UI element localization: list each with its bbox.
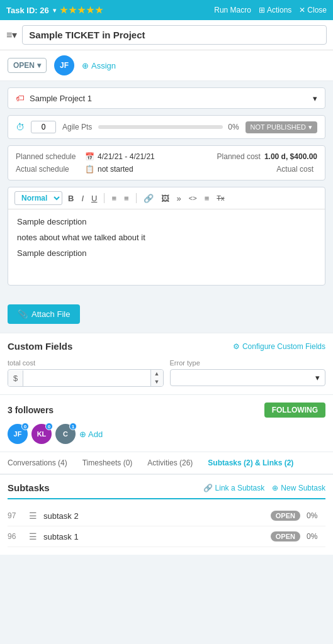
custom-fields-header: Custom Fields ⚙ Configure Custom Fields xyxy=(8,341,325,352)
planned-cost-container: Planned cost 1.00 d, $400.00 xyxy=(217,152,317,161)
error-type-select[interactable]: ▾ xyxy=(170,369,326,386)
follower-avatar-0[interactable]: JF 0 xyxy=(8,424,28,444)
run-macro-button[interactable]: Run Macro xyxy=(214,6,251,14)
subtask-pct-0: 0% xyxy=(307,511,325,520)
ticket-title-input[interactable] xyxy=(22,25,327,45)
planned-schedule-label: Planned schedule xyxy=(16,152,79,161)
format-select[interactable]: Normal xyxy=(14,191,62,205)
total-cost-input-wrapper: $ ▲ ▼ xyxy=(8,369,164,387)
project-icon: 🏷 xyxy=(16,93,25,103)
subtask-status-1[interactable]: OPEN xyxy=(271,531,300,541)
subtask-id-1: 96 xyxy=(8,532,23,541)
chevron-down-icon: ▾ xyxy=(315,373,320,382)
custom-fields-grid: total cost $ ▲ ▼ Error type ▾ xyxy=(8,359,325,387)
unordered-list-button[interactable]: ≡ xyxy=(122,192,131,204)
bold-button[interactable]: B xyxy=(66,192,76,204)
circle-plus-icon: ⊕ xyxy=(82,61,89,70)
stars-rating[interactable]: ★★★★★ xyxy=(60,5,104,15)
following-button[interactable]: FOLLOWING xyxy=(264,402,325,418)
tab-subtasks-links[interactable]: Subtasks (2) & Links (2) xyxy=(200,452,301,474)
actual-schedule-date: not started xyxy=(98,165,133,174)
underline-button[interactable]: U xyxy=(89,192,99,204)
chevron-down-icon: ▾ xyxy=(308,123,312,131)
spinner-buttons: ▲ ▼ xyxy=(150,370,163,386)
tab-timesheets[interactable]: Timesheets (0) xyxy=(75,452,140,474)
actual-cost-label: Actual cost xyxy=(276,165,313,174)
total-cost-label: total cost xyxy=(8,359,164,367)
gear-icon: ⚙ xyxy=(233,342,240,351)
tabs-row: Conversations (4) Timesheets (0) Activit… xyxy=(0,452,333,474)
agile-row: ⏱ Agile Pts 0% NOT PUBLISHED ▾ xyxy=(8,115,325,139)
planned-schedule-value: 📅 4/21/21 - 4/21/21 xyxy=(85,152,211,161)
tab-conversations[interactable]: Conversations (4) xyxy=(0,452,75,474)
chevron-down-icon: ▾ xyxy=(37,61,41,70)
subtask-name-0[interactable]: subtask 2 xyxy=(43,511,264,521)
plus-circle-icon: ⊕ xyxy=(79,430,86,439)
avatar-initials: JF xyxy=(60,61,69,70)
total-cost-input[interactable] xyxy=(23,370,150,386)
agile-pts-input[interactable] xyxy=(31,121,56,133)
add-follower-button[interactable]: ⊕ Add xyxy=(79,430,103,439)
planned-schedule-row: Planned schedule 📅 4/21/21 - 4/21/21 Pla… xyxy=(16,152,317,161)
plus-circle-icon: ⊕ xyxy=(272,484,278,492)
list-format-icon[interactable]: ≡▾ xyxy=(6,29,17,41)
link-button[interactable]: 🔗 xyxy=(142,192,155,204)
currency-symbol: $ xyxy=(8,370,23,386)
following-label: FOLLOWING xyxy=(272,406,318,414)
subtask-name-1[interactable]: subtask 1 xyxy=(43,532,264,541)
editor-body[interactable]: Sample description notes about what we t… xyxy=(8,209,325,285)
attach-section: 📎 Attach File xyxy=(0,298,333,330)
followers-section: 3 followers FOLLOWING JF 0 KL 0 C 1 ⊕ Ad… xyxy=(0,395,333,452)
project-selector[interactable]: 🏷 Sample Project 1 ▾ xyxy=(8,87,325,109)
clear-format-button[interactable]: Tx xyxy=(215,193,226,203)
error-type-label: Error type xyxy=(170,359,326,367)
subtask-pct-1: 0% xyxy=(307,532,325,541)
subtask-status-0[interactable]: OPEN xyxy=(271,511,300,521)
code-button[interactable]: <> xyxy=(187,193,199,203)
link-subtask-label: Link a Subtask xyxy=(215,484,265,492)
x-icon: ✕ xyxy=(299,6,305,14)
attach-file-button[interactable]: 📎 Attach File xyxy=(8,304,80,324)
link-subtask-button[interactable]: 🔗 Link a Subtask xyxy=(203,484,265,492)
top-header: Task ID: 26 ▾ ★★★★★ Run Macro ⊞ Actions … xyxy=(0,0,333,20)
ordered-list-button[interactable]: ≡ xyxy=(110,192,118,204)
image-button[interactable]: 🖼 xyxy=(159,192,171,204)
actual-schedule-row: Actual schedule 📋 not started Actual cos… xyxy=(16,165,317,174)
assign-button[interactable]: ⊕ Assign xyxy=(82,61,116,70)
editor-section: Normal B I U ≡ ≡ 🔗 🖼 » <> ≡ Tx Sample de… xyxy=(8,187,325,286)
attach-label: Attach File xyxy=(31,309,70,319)
close-button[interactable]: ✕ Close xyxy=(299,6,327,14)
chevron-down-icon[interactable]: ▾ xyxy=(53,7,56,14)
new-subtask-button[interactable]: ⊕ New Subtask xyxy=(272,484,325,492)
chevron-down-icon: ▾ xyxy=(313,94,317,103)
follower-initials-0: JF xyxy=(14,430,22,438)
paperclip-icon: 📎 xyxy=(18,309,28,319)
subtask-icon-0: ☰ xyxy=(29,511,37,521)
quote-button[interactable]: » xyxy=(175,192,183,204)
subtasks-actions: 🔗 Link a Subtask ⊕ New Subtask xyxy=(203,484,325,492)
align-button[interactable]: ≡ xyxy=(203,192,212,204)
follower-initials-2: C xyxy=(63,430,68,438)
grid-icon: ⊞ xyxy=(259,6,265,14)
not-published-button[interactable]: NOT PUBLISHED ▾ xyxy=(246,121,317,133)
clock-icon: ⏱ xyxy=(16,122,25,132)
follower-avatar-1[interactable]: KL 0 xyxy=(31,424,52,444)
error-type-field: Error type ▾ xyxy=(170,359,326,387)
follower-badge-2: 1 xyxy=(69,423,77,430)
configure-custom-fields-button[interactable]: ⚙ Configure Custom Fields xyxy=(233,342,325,351)
subtask-row-0: 97 ☰ subtask 2 OPEN 0% xyxy=(8,506,325,526)
actions-button[interactable]: ⊞ Actions xyxy=(259,6,291,14)
progress-bar xyxy=(98,125,223,129)
italic-button[interactable]: I xyxy=(79,192,86,204)
user-avatar[interactable]: JF xyxy=(54,55,74,75)
subtasks-section: Subtasks 🔗 Link a Subtask ⊕ New Subtask … xyxy=(0,475,333,555)
spinner-down-button[interactable]: ▼ xyxy=(151,378,163,386)
toolbar-separator-2 xyxy=(136,193,137,203)
open-status-button[interactable]: OPEN ▾ xyxy=(8,58,47,73)
follower-avatar-2[interactable]: C 1 xyxy=(55,424,76,444)
task-id-label[interactable]: Task ID: 26 xyxy=(6,6,49,15)
tab-activities[interactable]: Activities (26) xyxy=(140,452,200,474)
spinner-up-button[interactable]: ▲ xyxy=(151,370,163,378)
editor-toolbar: Normal B I U ≡ ≡ 🔗 🖼 » <> ≡ Tx xyxy=(8,187,325,209)
progress-pct: 0% xyxy=(228,123,239,131)
